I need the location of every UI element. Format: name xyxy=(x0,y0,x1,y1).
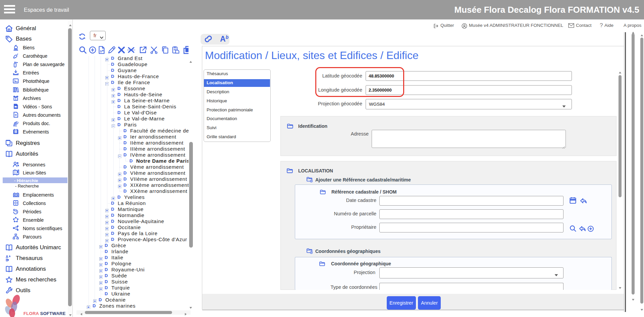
svg-text:s: s xyxy=(100,49,102,53)
